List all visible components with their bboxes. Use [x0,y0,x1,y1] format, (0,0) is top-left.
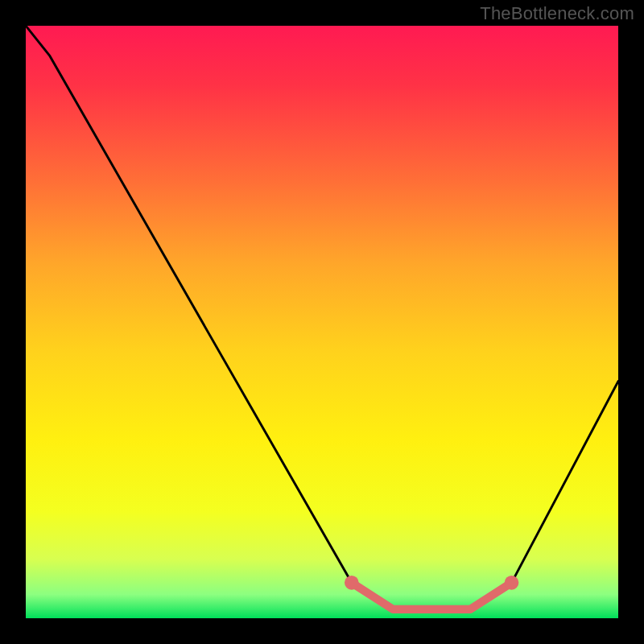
optimal-end-dot [505,576,519,590]
chart-svg [26,26,618,618]
watermark-label: TheBottleneck.com [480,3,634,24]
plot-area [26,26,618,618]
chart-container: TheBottleneck.com [0,0,644,644]
optimal-start-dot [345,576,359,590]
